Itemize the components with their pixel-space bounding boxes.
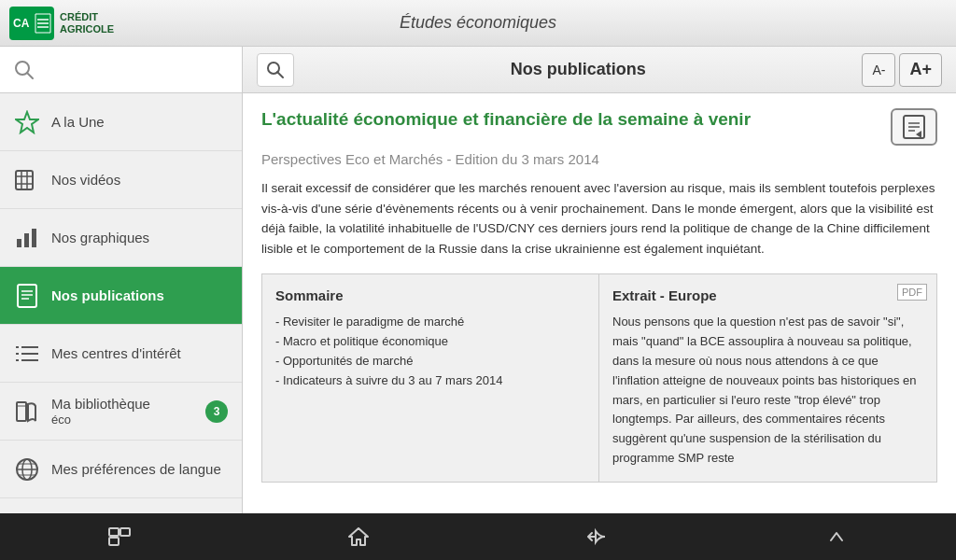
svg-rect-12 — [32, 229, 36, 247]
sidebar-item-label: Nos graphiques — [51, 230, 149, 245]
article-body: Il serait excessif de considérer que les… — [261, 178, 937, 259]
font-size-controls: A- A+ — [862, 53, 942, 87]
content-search-button[interactable] — [257, 53, 294, 87]
svg-line-31 — [277, 72, 283, 77]
sidebar-item-mes-preferences[interactable]: Mes préférences de langue — [0, 441, 242, 498]
sidebar-item-nos-videos[interactable]: Nos vidéos — [0, 151, 242, 209]
sommaire-box: Sommaire - Revisiter le paradigme de mar… — [262, 274, 599, 481]
bottom-bar — [0, 513, 956, 560]
article-title-text: L'actualité économique et financière de … — [261, 108, 881, 132]
sidebar-item-label: Nos publications — [51, 287, 164, 303]
article-subtitle: Perspectives Eco et Marchés - Edition du… — [261, 151, 937, 167]
sidebar: A la Une Nos vidéos — [0, 47, 243, 513]
recent-apps-button[interactable] — [96, 513, 143, 560]
book-icon — [14, 399, 40, 425]
content-header: Nos publications A- A+ — [243, 47, 956, 93]
extrait-content: Nous pensons que la question n'est pas d… — [612, 313, 923, 468]
sidebar-item-label: Mes centres d'intérêt — [51, 345, 181, 361]
sommaire-content: - Revisiter le paradigme de marché - Mac… — [275, 313, 585, 390]
sidebar-item-label: A la Une — [51, 114, 105, 130]
video-icon — [14, 167, 40, 193]
svg-rect-37 — [120, 528, 130, 536]
sidebar-item-nos-graphiques[interactable]: Nos graphiques — [0, 209, 242, 267]
globe-icon — [14, 456, 40, 483]
pdf-icon: PDF — [897, 284, 927, 301]
svg-marker-4 — [16, 112, 38, 133]
document-icon — [14, 283, 40, 309]
sidebar-item-sublabel: éco — [51, 413, 150, 427]
svg-rect-11 — [24, 233, 29, 247]
star-icon — [14, 109, 40, 135]
sidebar-item-nos-publications[interactable]: Nos publications — [0, 267, 242, 325]
svg-rect-13 — [18, 285, 36, 307]
two-column-section: Sommaire - Revisiter le paradigme de mar… — [261, 273, 937, 482]
svg-rect-23 — [17, 402, 26, 421]
svg-rect-36 — [109, 528, 119, 536]
list-icon — [14, 341, 40, 367]
sidebar-item-label: Ma bibliothèque — [51, 396, 150, 413]
font-increase-button[interactable]: A+ — [899, 53, 942, 87]
font-decrease-button[interactable]: A- — [862, 53, 895, 87]
svg-rect-38 — [109, 538, 119, 545]
sidebar-item-ma-bibliotheque[interactable]: Ma bibliothèque éco 3 — [0, 383, 242, 441]
svg-rect-5 — [16, 171, 33, 189]
main-area: A la Une Nos vidéos — [0, 47, 956, 513]
search-icon — [14, 60, 35, 80]
top-bar: CA CRÉDIT AGRICOLE Études économiques — [0, 0, 956, 47]
sidebar-item-label: Nos vidéos — [51, 172, 120, 188]
content-body: L'actualité économique et financière de … — [243, 93, 956, 513]
extrait-title: Extrait - Europe — [612, 287, 923, 303]
back-button[interactable] — [574, 513, 621, 560]
notification-badge: 3 — [205, 400, 228, 423]
content-title: Nos publications — [303, 60, 852, 79]
sidebar-search-bar[interactable] — [0, 47, 242, 93]
svg-line-3 — [27, 73, 33, 78]
extrait-box: PDF Extrait - Europe Nous pensons que la… — [599, 274, 936, 481]
svg-rect-10 — [17, 239, 21, 247]
article-title-row: L'actualité économique et financière de … — [261, 108, 937, 146]
search-icon — [266, 61, 285, 79]
sidebar-item-label: Mes préférences de langue — [51, 461, 221, 477]
sidebar-item-a-la-une[interactable]: A la Une — [0, 93, 242, 151]
chart-icon — [14, 225, 40, 251]
app-title: Études économiques — [400, 13, 556, 33]
up-button[interactable] — [813, 513, 860, 560]
logo: CA CRÉDIT AGRICOLE — [9, 7, 114, 40]
svg-text:CA: CA — [13, 17, 30, 30]
sidebar-nav: A la Une Nos vidéos — [0, 93, 242, 513]
content-area: Nos publications A- A+ L'actualité écono… — [243, 47, 956, 513]
sommaire-title: Sommaire — [275, 287, 585, 303]
sidebar-item-mes-centres[interactable]: Mes centres d'intérêt — [0, 325, 242, 383]
bookmark-button[interactable] — [891, 108, 937, 146]
home-button[interactable] — [335, 513, 382, 560]
